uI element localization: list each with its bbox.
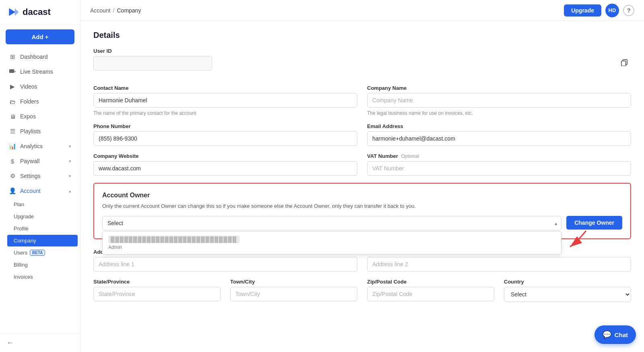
sidebar-item-folders[interactable]: 🗁 Folders: [2, 94, 78, 109]
company-label: Company: [14, 238, 36, 244]
sidebar-child-plan[interactable]: Plan: [7, 199, 78, 210]
dropdown-item[interactable]: ████████████████████████████ Admin: [103, 232, 561, 254]
sidebar-item-label: Account: [20, 188, 41, 194]
address1-input[interactable]: [93, 257, 357, 271]
city-input[interactable]: [230, 287, 357, 301]
sidebar-item-label: Folders: [20, 98, 39, 105]
logo-icon: [6, 6, 19, 19]
upgrade-label: Upgrade: [14, 213, 34, 219]
sidebar-item-label: Videos: [20, 83, 37, 90]
profile-label: Profile: [14, 226, 29, 232]
owner-dropdown-list: ████████████████████████████ Admin: [102, 231, 561, 255]
zip-group: Zip/Postal Code: [367, 279, 494, 302]
playlists-icon: ☰: [9, 128, 16, 135]
contact-company-row: Contact Name The name of the primary con…: [93, 85, 631, 116]
address2-input[interactable]: [367, 257, 631, 271]
sidebar-item-videos[interactable]: ▶ Videos: [2, 79, 78, 94]
main-area: Account / Company Upgrade HD ? Details U…: [80, 0, 644, 352]
svg-rect-2: [9, 69, 14, 73]
analytics-icon: 📊: [9, 143, 16, 150]
owner-select[interactable]: Select: [102, 216, 561, 230]
company-name-label: Company Name: [367, 85, 631, 91]
website-input[interactable]: [93, 161, 357, 176]
user-id-input: [93, 56, 212, 70]
sidebar-child-profile[interactable]: Profile: [7, 223, 78, 234]
page-content: Details User ID Contact Name The name of…: [80, 21, 644, 352]
zip-input[interactable]: [367, 287, 494, 301]
contact-name-hint: The name of the primary contact for the …: [93, 110, 357, 116]
sidebar-item-label: Live Streams: [20, 68, 53, 75]
vat-label: VAT Number Optional: [367, 153, 631, 159]
paywall-icon: $: [9, 157, 16, 165]
website-group: Company Website: [93, 153, 357, 176]
users-badge: BETA: [30, 250, 45, 256]
sidebar-item-label: Dashboard: [20, 54, 48, 60]
copy-button[interactable]: [621, 59, 628, 68]
avatar[interactable]: HD: [605, 4, 619, 17]
dashboard-icon: ⊞: [9, 53, 16, 60]
location-row: State/Province Town/City Zip/Postal Code…: [93, 279, 631, 302]
website-vat-row: Company Website VAT Number Optional: [93, 153, 631, 176]
videos-icon: ▶: [9, 83, 16, 90]
account-owner-section: Account Owner Only the current Account O…: [93, 183, 631, 239]
upgrade-button[interactable]: Upgrade: [564, 4, 601, 17]
breadcrumb-parent[interactable]: Account: [90, 7, 111, 14]
sidebar-item-expos[interactable]: 🖥 Expos: [2, 109, 78, 124]
help-icon[interactable]: ?: [623, 5, 634, 16]
sidebar-item-playlists[interactable]: ☰ Playlists: [2, 124, 78, 139]
account-owner-description: Only the current Account Owner can chang…: [102, 202, 622, 210]
dropdown-item-role: Admin: [108, 244, 555, 250]
chat-button[interactable]: 💬 Chat: [594, 325, 636, 344]
breadcrumb-separator: /: [113, 7, 115, 14]
email-input[interactable]: [367, 131, 631, 146]
sidebar-child-upgrade[interactable]: Upgrade: [7, 211, 78, 222]
sidebar-child-users[interactable]: Users BETA: [7, 247, 78, 259]
add-button[interactable]: Add +: [6, 29, 74, 44]
folders-icon: 🗁: [9, 98, 16, 105]
sidebar-back-button[interactable]: ←: [0, 333, 80, 352]
user-id-row: [93, 56, 631, 70]
account-owner-title: Account Owner: [102, 192, 622, 199]
change-owner-button[interactable]: Change Owner: [566, 216, 622, 230]
vat-input[interactable]: [367, 161, 631, 176]
state-group: State/Province: [93, 279, 221, 302]
city-label: Town/City: [230, 279, 357, 285]
settings-arrow-icon: ▾: [69, 174, 71, 179]
sidebar-item-dashboard[interactable]: ⊞ Dashboard: [2, 50, 78, 64]
email-group: Email Address: [367, 123, 631, 146]
users-label: Users: [14, 250, 27, 256]
country-select[interactable]: Select: [504, 287, 631, 302]
svg-marker-0: [9, 8, 15, 16]
sidebar-item-paywall[interactable]: $ Paywall ▾: [2, 154, 78, 168]
sidebar-item-settings[interactable]: ⚙ Settings ▾: [2, 169, 78, 183]
state-input[interactable]: [93, 287, 221, 301]
zip-label: Zip/Postal Code: [367, 279, 494, 285]
sidebar-item-label: Analytics: [20, 143, 43, 149]
settings-icon: ⚙: [9, 172, 16, 180]
breadcrumb: Account / Company: [90, 7, 141, 14]
logo-text: dacast: [23, 7, 51, 17]
phone-input[interactable]: [93, 131, 357, 146]
sidebar-child-invoices[interactable]: Invoices: [7, 271, 78, 283]
topbar: Account / Company Upgrade HD ?: [80, 0, 644, 21]
svg-marker-3: [14, 70, 16, 72]
sidebar-child-company[interactable]: Company: [7, 235, 78, 246]
sidebar-item-label: Playlists: [20, 128, 41, 135]
sidebar-item-live-streams[interactable]: Live Streams: [2, 64, 78, 79]
contact-name-label: Contact Name: [93, 85, 357, 91]
live-streams-icon: [9, 68, 16, 75]
billing-label: Billing: [14, 262, 28, 268]
sidebar-child-billing[interactable]: Billing: [7, 259, 78, 271]
sidebar-item-analytics[interactable]: 📊 Analytics ▾: [2, 139, 78, 153]
sidebar-item-account[interactable]: 👤 Account ▴: [2, 184, 78, 198]
vat-group: VAT Number Optional: [367, 153, 631, 176]
account-arrow-icon: ▴: [69, 188, 71, 194]
analytics-arrow-icon: ▾: [69, 144, 71, 149]
company-name-input[interactable]: [367, 93, 631, 108]
contact-name-group: Contact Name The name of the primary con…: [93, 85, 357, 116]
account-icon: 👤: [9, 187, 16, 195]
owner-select-row: Select ▴ ████████████████████████████ Ad…: [102, 216, 622, 230]
contact-name-input[interactable]: [93, 93, 357, 108]
user-id-label: User ID: [93, 48, 631, 54]
chat-icon: 💬: [603, 330, 611, 339]
